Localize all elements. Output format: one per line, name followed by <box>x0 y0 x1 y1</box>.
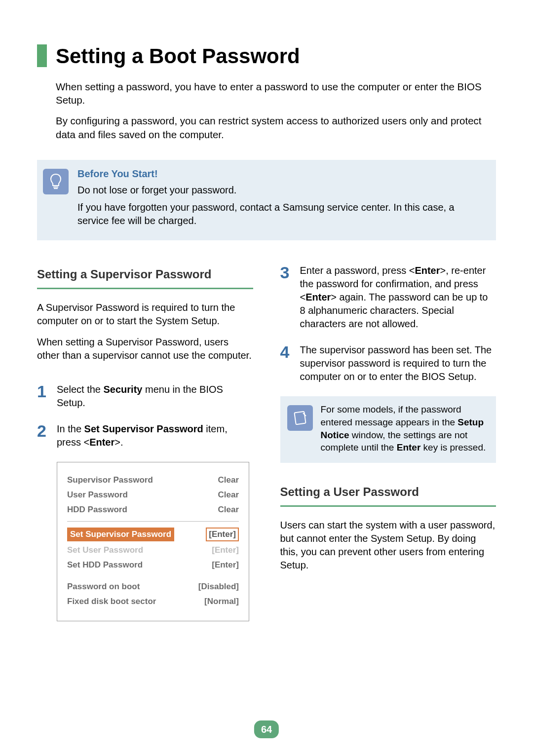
bios-row-supervisor: Supervisor PasswordClear <box>67 474 239 486</box>
user-password-p: Users can start the system with a user p… <box>280 519 496 572</box>
step-4: 4 The supervisor password has been set. … <box>280 343 496 383</box>
step-number-4: 4 <box>280 343 293 383</box>
before-you-start-callout: Before You Start! Do not lose or forget … <box>37 160 496 240</box>
step-4-text: The supervisor password has been set. Th… <box>300 343 496 383</box>
bios-row-set-user: Set User Password[Enter] <box>67 544 239 556</box>
page-title: Setting a Boot Password <box>56 42 300 71</box>
lightbulb-icon <box>43 169 69 194</box>
intro-paragraph-1: When setting a password, you have to ent… <box>56 80 496 107</box>
intro-section: When setting a password, you have to ent… <box>37 80 496 142</box>
intro-paragraph-2: By configuring a password, you can restr… <box>56 114 496 141</box>
step-number-3: 3 <box>280 264 293 331</box>
bios-top-rows: Supervisor PasswordClear User PasswordCl… <box>67 474 239 515</box>
step-number-1: 1 <box>37 383 50 410</box>
callout-content: Before You Start! Do not lose or forget … <box>77 167 487 231</box>
callout-p2: If you have forgotten your password, con… <box>77 201 487 227</box>
bios-divider-1 <box>67 521 239 522</box>
note-icon <box>287 405 313 431</box>
note-text: For some models, if the password entered… <box>321 403 489 454</box>
setup-notice-note: For some models, if the password entered… <box>280 396 496 463</box>
bios-row-hdd: HDD PasswordClear <box>67 504 239 516</box>
user-password-heading: Setting a User Password <box>280 484 496 507</box>
supervisor-p2: When setting a Supervisor Password, user… <box>37 336 253 362</box>
step-2-text: In the Set Supervisor Password item, pre… <box>57 422 253 449</box>
supervisor-p1: A Supervisor Password is required to tur… <box>37 301 253 328</box>
step-2: 2 In the Set Supervisor Password item, p… <box>37 422 253 449</box>
step-1: 1 Select the Security menu in the BIOS S… <box>37 383 253 410</box>
callout-p1: Do not lose or forget your password. <box>77 184 487 197</box>
supervisor-password-heading: Setting a Supervisor Password <box>37 266 253 289</box>
bios-selected-value: [Enter] <box>206 528 239 541</box>
content-columns: Setting a Supervisor Password A Supervis… <box>37 266 496 621</box>
bios-row-fixed-disk: Fixed disk boot sector[Normal] <box>67 596 239 607</box>
step-3-text: Enter a password, press <Enter>, re-ente… <box>300 264 496 331</box>
bios-row-set-hdd: Set HDD Password[Enter] <box>67 559 239 571</box>
left-column: Setting a Supervisor Password A Supervis… <box>37 266 253 621</box>
title-row: Setting a Boot Password <box>37 42 496 71</box>
step-3: 3 Enter a password, press <Enter>, re-en… <box>280 264 496 331</box>
step-number-2: 2 <box>37 422 50 449</box>
bios-row-set-supervisor: Set Supervisor Password [Enter] <box>67 528 239 541</box>
callout-title: Before You Start! <box>77 167 487 181</box>
bios-row-user: User PasswordClear <box>67 489 239 501</box>
bios-row-password-on-boot: Password on boot[Disabled] <box>67 581 239 593</box>
step-1-text: Select the Security menu in the BIOS Set… <box>57 383 253 410</box>
title-accent-bar <box>37 44 47 67</box>
bios-selected-label: Set Supervisor Password <box>67 528 174 541</box>
bios-security-menu: Supervisor PasswordClear User PasswordCl… <box>57 462 249 621</box>
right-column: 3 Enter a password, press <Enter>, re-en… <box>280 266 496 621</box>
page-number: 64 <box>254 720 279 738</box>
